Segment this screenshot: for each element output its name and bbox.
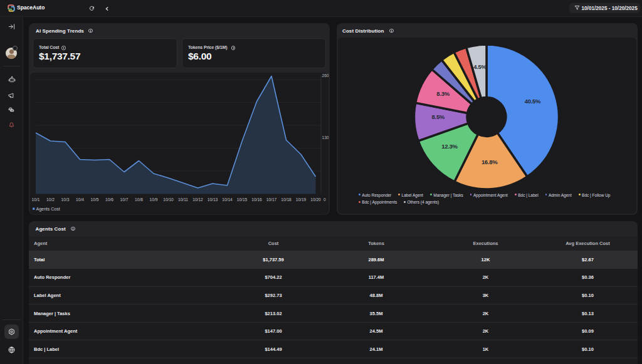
svg-text:10/1: 10/1 xyxy=(32,197,40,201)
svg-text:10/2: 10/2 xyxy=(46,197,55,201)
svg-text:8.3%: 8.3% xyxy=(436,90,450,97)
svg-text:16.8%: 16.8% xyxy=(482,159,498,165)
svg-text:0: 0 xyxy=(324,197,326,201)
svg-text:10/13: 10/13 xyxy=(208,197,218,201)
svg-text:10/6: 10/6 xyxy=(105,197,113,201)
svg-text:40.5%: 40.5% xyxy=(525,98,541,105)
svg-text:10/3: 10/3 xyxy=(61,197,70,201)
svg-text:10/20: 10/20 xyxy=(310,197,321,201)
svg-text:10/4: 10/4 xyxy=(76,197,84,201)
svg-text:10/8: 10/8 xyxy=(135,197,143,201)
svg-text:10/17: 10/17 xyxy=(266,197,277,201)
svg-text:10/11: 10/11 xyxy=(178,197,188,201)
svg-text:10/15: 10/15 xyxy=(237,197,248,201)
svg-text:10/19: 10/19 xyxy=(296,197,307,201)
svg-text:Agents Cost: Agents Cost xyxy=(36,207,60,212)
svg-text:12.3%: 12.3% xyxy=(441,143,458,150)
svg-text:10/5: 10/5 xyxy=(91,197,99,201)
svg-text:8.5%: 8.5% xyxy=(432,113,445,120)
svg-text:10/14: 10/14 xyxy=(222,197,233,201)
svg-text:10/16: 10/16 xyxy=(251,197,262,201)
svg-text:10/10: 10/10 xyxy=(163,197,174,201)
svg-text:10/12: 10/12 xyxy=(192,197,203,201)
svg-text:130: 130 xyxy=(322,135,329,140)
svg-text:10/7: 10/7 xyxy=(120,197,129,201)
svg-text:10/18: 10/18 xyxy=(281,197,292,201)
svg-text:10/9: 10/9 xyxy=(150,197,158,201)
svg-text:260: 260 xyxy=(322,73,329,78)
svg-text:4.5%: 4.5% xyxy=(473,63,487,70)
